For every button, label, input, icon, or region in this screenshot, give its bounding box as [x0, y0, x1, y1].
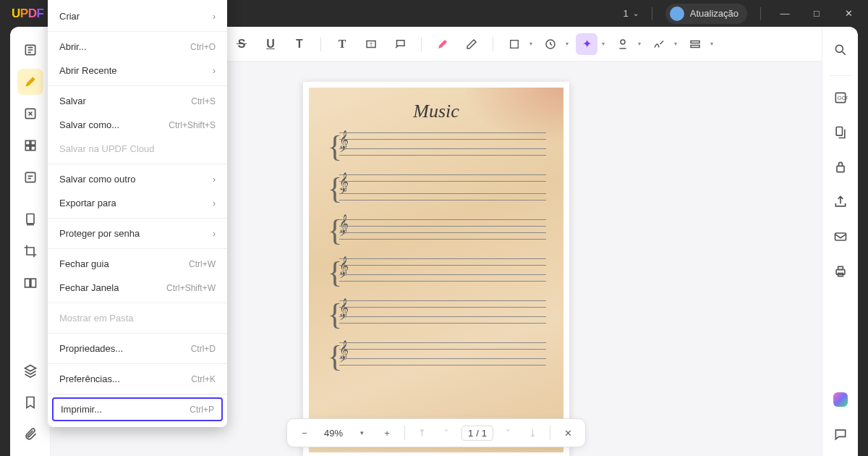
eraser-tool-icon[interactable] — [461, 33, 482, 55]
prev-page-button[interactable]: ˄ — [437, 423, 457, 443]
separator — [48, 333, 227, 334]
zoom-in-button[interactable]: + — [377, 423, 397, 443]
text-tool-icon[interactable]: T — [331, 33, 353, 55]
account-button[interactable]: Atualização — [665, 4, 747, 24]
pencil-tool-icon[interactable] — [432, 33, 454, 55]
zoom-out-button[interactable]: − — [294, 423, 315, 443]
menu-preferences[interactable]: Preferências...Ctrl+K — [48, 367, 227, 391]
ai-tool-icon[interactable]: ✦ — [576, 33, 597, 55]
svg-rect-25 — [691, 41, 699, 43]
organize-mode-icon[interactable] — [17, 132, 43, 159]
svg-rect-21 — [397, 40, 405, 46]
menu-close-window[interactable]: Fechar JanelaCtrl+Shift+W — [48, 276, 227, 300]
search-icon[interactable] — [827, 37, 854, 63]
separator — [550, 426, 550, 440]
page-tool-icon[interactable] — [17, 206, 43, 232]
svg-rect-7 — [27, 214, 34, 224]
chevron-right-icon: › — [213, 66, 216, 76]
chevron-down-icon[interactable]: ▾ — [674, 41, 677, 47]
last-page-button[interactable]: ⤓ — [522, 423, 542, 443]
reader-mode-icon[interactable] — [17, 37, 43, 63]
page-selector[interactable]: 1 ⌄ — [624, 8, 639, 19]
menu-open-recent[interactable]: Abrir Recente› — [48, 59, 227, 83]
separator — [48, 303, 227, 303]
document-title: Music — [326, 101, 546, 122]
menu-save-cloud: Salvar na UPDF Cloud — [48, 137, 227, 161]
svg-point-24 — [621, 40, 625, 44]
first-page-button[interactable]: ⤒ — [412, 423, 433, 443]
svg-rect-3 — [30, 140, 35, 145]
svg-rect-9 — [30, 279, 35, 287]
menu-export[interactable]: Exportar para› — [48, 191, 227, 215]
menu-save-as[interactable]: Salvar como...Ctrl+Shift+S — [48, 113, 227, 137]
pdf-page[interactable]: Music {𝄞𝄢 {𝄞𝄢 {𝄞𝄢 {𝄞𝄢 {𝄞𝄢 {𝄞𝄢 — [303, 82, 569, 456]
textbox-tool-icon[interactable]: T — [360, 33, 382, 55]
edit-mode-icon[interactable] — [17, 101, 43, 127]
menu-save-other[interactable]: Salvar como outro› — [48, 167, 227, 191]
chevron-down-icon[interactable]: ▾ — [529, 41, 532, 47]
ocr-icon[interactable]: OCR — [827, 85, 854, 111]
compare-tool-icon[interactable] — [17, 270, 43, 296]
page-input[interactable]: 1 / 1 — [461, 426, 493, 441]
convert-icon[interactable] — [827, 119, 854, 145]
menu-create[interactable]: Criar› — [48, 4, 227, 28]
menu-print[interactable]: Imprimir...Ctrl+P — [52, 397, 223, 421]
protect-icon[interactable] — [827, 154, 854, 180]
next-page-button[interactable]: ˅ — [498, 423, 518, 443]
chevron-down-icon: ⌄ — [633, 9, 639, 17]
svg-rect-2 — [25, 140, 30, 145]
callout-tool-icon[interactable] — [389, 33, 411, 55]
menu-show-folder: Mostrar em Pasta — [48, 306, 227, 330]
strikethrough-tool-icon[interactable]: S — [231, 33, 252, 55]
email-icon[interactable] — [827, 224, 854, 250]
file-menu: Nova janelaCtrl+N Criar› Abrir...Ctrl+O … — [48, 0, 227, 427]
chevron-down-icon[interactable]: ▾ — [566, 41, 569, 47]
separator — [48, 248, 227, 249]
separator — [404, 426, 405, 440]
form-mode-icon[interactable] — [17, 164, 43, 190]
svg-rect-13 — [836, 127, 842, 136]
page-current: 1 — [468, 428, 473, 439]
stamp-tool-icon[interactable] — [612, 33, 634, 55]
chevron-down-icon[interactable]: ▾ — [602, 41, 605, 47]
menu-save[interactable]: SalvarCtrl+S — [48, 89, 227, 113]
layers-icon[interactable] — [17, 358, 43, 384]
menu-protect[interactable]: Proteger por senha› — [48, 221, 227, 245]
separator — [493, 37, 493, 51]
chevron-down-icon[interactable]: ▾ — [638, 41, 641, 47]
underline-tool-icon[interactable]: U — [260, 33, 281, 55]
chevron-down-icon[interactable]: ▾ — [710, 41, 713, 47]
signature-tool-icon[interactable] — [648, 33, 670, 55]
menu-close-tab[interactable]: Fechar guiaCtrl+W — [48, 252, 227, 276]
ai-assistant-icon[interactable] — [827, 387, 854, 413]
squiggly-tool-icon[interactable]: T — [289, 33, 310, 55]
print-icon[interactable] — [827, 258, 854, 284]
comment-mode-icon[interactable] — [17, 69, 43, 95]
svg-rect-4 — [25, 146, 30, 151]
share-icon[interactable] — [827, 189, 854, 215]
menu-open[interactable]: Abrir...Ctrl+O — [48, 35, 227, 59]
crop-tool-icon[interactable] — [17, 238, 43, 264]
attachment-icon[interactable] — [17, 421, 43, 447]
close-window-button[interactable]: ✕ — [838, 8, 859, 19]
svg-rect-6 — [25, 172, 35, 182]
zoom-value[interactable]: 49% — [319, 428, 348, 439]
sticker-tool-icon[interactable] — [540, 33, 561, 55]
menu-properties[interactable]: Propriedades...Ctrl+D — [48, 337, 227, 360]
page-indicator-value: 1 — [624, 8, 629, 19]
right-sidebar: OCR — [822, 27, 858, 456]
staff-system: {𝄞𝄢 — [326, 258, 546, 287]
separator — [421, 37, 422, 51]
close-controls-button[interactable]: ✕ — [558, 423, 578, 443]
separator — [48, 164, 227, 164]
chevron-right-icon: › — [213, 12, 216, 22]
shape-tool-icon[interactable] — [503, 33, 525, 55]
maximize-button[interactable]: □ — [806, 8, 827, 19]
minimize-button[interactable]: — — [774, 8, 796, 19]
chat-icon[interactable] — [827, 421, 854, 447]
manage-tool-icon[interactable] — [684, 33, 706, 55]
zoom-dropdown-icon[interactable]: ▾ — [352, 423, 373, 443]
staff-system: {𝄞𝄢 — [326, 216, 546, 245]
svg-text:T: T — [370, 41, 373, 48]
bookmark-icon[interactable] — [17, 389, 43, 415]
